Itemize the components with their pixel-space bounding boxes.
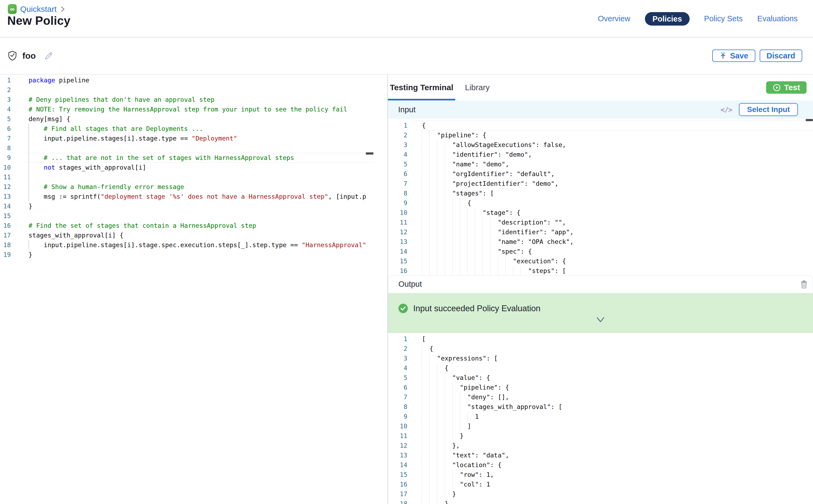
indent-guide xyxy=(460,421,460,431)
nav-item-policy-sets[interactable]: Policy Sets xyxy=(704,14,743,23)
code-line-text: { xyxy=(414,121,813,130)
indent-guide xyxy=(437,169,437,179)
input-label: Input xyxy=(398,105,416,114)
indent-guide xyxy=(490,247,491,256)
line-number: 16 xyxy=(388,266,414,275)
indent-guide xyxy=(437,421,437,431)
code-line-text: "text": "data", xyxy=(414,450,813,460)
indent-guide xyxy=(422,353,422,363)
code-line-text: # NOTE: Try removing the HarnessApproval… xyxy=(26,104,374,114)
indent-guide xyxy=(452,383,453,392)
code-line-text: "expressions": [ xyxy=(414,353,813,363)
indent-guide xyxy=(475,237,475,247)
indent-guide xyxy=(422,441,422,450)
indent-guide xyxy=(437,460,437,470)
indent-guide xyxy=(445,256,445,266)
indent-guide xyxy=(437,489,437,499)
code-line-text: } xyxy=(26,201,374,211)
indent-guide xyxy=(445,392,445,402)
indent-guide xyxy=(422,363,422,373)
input-json-editor[interactable]: 1{2 "pipeline": {3 "allowStageExecutions… xyxy=(388,119,813,275)
indent-guide xyxy=(490,256,491,266)
indent-guide xyxy=(437,150,437,159)
code-line-text: "identifier": "demo", xyxy=(414,150,813,159)
indent-guide xyxy=(445,188,445,198)
indent-guide xyxy=(422,237,422,247)
edit-pencil-icon[interactable] xyxy=(43,50,54,61)
indent-guide xyxy=(452,470,453,479)
output-json-editor[interactable]: 1[2 {3 "expressions": [4 {5 "value": {6 … xyxy=(388,333,813,504)
indent-guide xyxy=(452,198,453,208)
indent-guide xyxy=(452,431,453,441)
nav-item-overview[interactable]: Overview xyxy=(598,14,630,23)
indent-guide xyxy=(422,450,422,460)
tab-testing-terminal[interactable]: Testing Terminal xyxy=(388,75,455,100)
indent-guide xyxy=(452,421,453,431)
code-line: 14 "location": { xyxy=(388,460,813,470)
test-button[interactable]: Test xyxy=(766,81,807,94)
nav-item-evaluations[interactable]: Evaluations xyxy=(757,14,798,23)
breadcrumb-project-link[interactable]: Quickstart xyxy=(20,5,57,14)
indent-guide xyxy=(422,208,422,218)
line-number: 1 xyxy=(0,75,26,85)
indent-guide xyxy=(422,256,422,266)
code-line: 1[ xyxy=(388,334,813,344)
indent-guide xyxy=(422,383,422,392)
indent-guide xyxy=(452,256,453,266)
indent-guide xyxy=(445,470,445,479)
code-line-text: "pipeline": { xyxy=(414,383,813,392)
code-line-text: "stage": { xyxy=(414,208,813,218)
policy-code-editor[interactable]: 1package pipeline23# Deny pipelines that… xyxy=(0,75,387,260)
banner-message: Input succeeded Policy Evaluation xyxy=(413,304,540,313)
indent-guide xyxy=(422,218,422,227)
indent-guide xyxy=(445,208,445,218)
code-line-text: "row": 1, xyxy=(414,470,813,479)
code-view-icon[interactable]: </> xyxy=(721,106,732,114)
code-line: 16 "col": 1 xyxy=(388,479,813,489)
new-policy-page: ∞ Quickstart New Policy OverviewPolicies… xyxy=(0,0,813,504)
code-line-text: "description": "", xyxy=(414,218,813,227)
indent-guide xyxy=(475,218,475,227)
code-line-text: "name": "demo", xyxy=(414,159,813,169)
indent-guide xyxy=(437,140,437,150)
line-number: 6 xyxy=(0,124,26,134)
indent-guide xyxy=(422,227,422,237)
indent-guide xyxy=(422,266,422,275)
code-line: 16# Find the set of stages that contain … xyxy=(0,221,387,230)
indent-guide xyxy=(452,412,453,421)
code-line: 14} xyxy=(0,201,387,211)
discard-button[interactable]: Discard xyxy=(760,50,802,62)
indent-guide xyxy=(422,150,422,159)
chevron-down-icon[interactable] xyxy=(596,316,605,324)
code-line-text: stages_with_approval[i] { xyxy=(26,230,374,240)
nav-item-policies[interactable]: Policies xyxy=(645,12,690,26)
breadcrumb: ∞ Quickstart xyxy=(8,4,65,14)
tab-library[interactable]: Library xyxy=(465,75,490,100)
line-number: 7 xyxy=(388,179,414,188)
trash-icon[interactable] xyxy=(800,279,808,289)
line-number: 9 xyxy=(388,412,414,421)
main-area: 1package pipeline23# Deny pipelines that… xyxy=(0,75,813,504)
harness-logo-icon[interactable]: ∞ xyxy=(8,4,17,14)
chevron-right-icon xyxy=(60,5,65,13)
line-number: 9 xyxy=(388,198,414,208)
line-number: 15 xyxy=(0,211,26,221)
code-line: 3# Deny pipelines that don't have an app… xyxy=(0,95,387,104)
indent-guide xyxy=(437,470,437,479)
indent-guide xyxy=(422,489,422,499)
save-button[interactable]: Save xyxy=(712,50,755,62)
indent-guide xyxy=(437,266,437,275)
code-line: 18 input.pipeline.stages[i].stage.spec.e… xyxy=(0,240,387,250)
code-line-text: "deny": [], xyxy=(414,392,813,402)
indent-guide xyxy=(437,392,437,402)
line-number: 11 xyxy=(388,218,414,227)
indent-guide xyxy=(452,218,453,227)
toolbar-actions: Save Discard xyxy=(712,50,802,62)
code-line-text: "identifier": "app", xyxy=(414,227,813,237)
line-number: 8 xyxy=(388,188,414,198)
line-number: 9 xyxy=(0,153,26,163)
indent-guide xyxy=(422,479,422,489)
code-line: 5deny[msg] { xyxy=(0,114,387,124)
select-input-button[interactable]: Select Input xyxy=(739,103,798,116)
indent-guide xyxy=(422,198,422,208)
